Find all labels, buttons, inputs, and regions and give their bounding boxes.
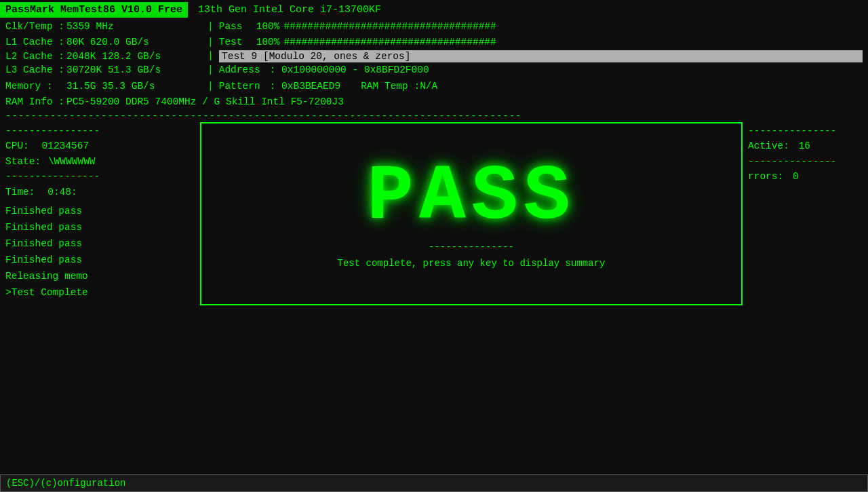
- clk-col: Clk/Temp : 5359 MHz: [5, 19, 202, 35]
- address-label: Address: [219, 62, 270, 78]
- memory-row: Memory : 31.5G 35.3 GB/s | Pattern : 0xB…: [0, 79, 868, 94]
- bottom-bar: (ESC)/(c)onfiguration: [0, 474, 868, 492]
- pass-bar: ####################################: [284, 19, 496, 35]
- l2-value: 2048K 128.2 GB/s: [66, 51, 161, 62]
- cpu-val: 01234567: [42, 140, 90, 151]
- pipe2: |: [208, 35, 214, 50]
- screen: PassMark MemTest86 V10.0 Free 13th Gen I…: [0, 0, 868, 492]
- bottom-text: (ESC)/(c)onfiguration: [6, 478, 125, 489]
- l2-label: L2 Cache :: [5, 51, 66, 62]
- clk-label: Clk/Temp :: [5, 19, 66, 35]
- l1-row: L1 Cache : 80K 620.0 GB/s | Test 100% ##…: [0, 35, 868, 50]
- cpu-info: 13th Gen Intel Core i7-13700KF: [188, 2, 391, 18]
- time-val: 0:48:: [47, 187, 77, 197]
- ram-temp-label: RAM Temp :: [361, 79, 420, 94]
- pipe3: |: [208, 50, 214, 62]
- l2-test9-row: L2 Cache : 2048K 128.2 GB/s | Test 9 [Mo…: [0, 50, 868, 62]
- state-val: \WWWWWWW: [48, 156, 96, 167]
- test-label: Test: [219, 35, 256, 50]
- left-dash1: ----------------: [5, 124, 195, 138]
- top-dash-line: ----------------------------------------…: [0, 110, 868, 122]
- active-row: Active: 16: [748, 138, 863, 153]
- pattern-value: : 0xB3BEAED9: [270, 79, 340, 94]
- l1-col: L1 Cache : 80K 620.0 GB/s: [5, 35, 202, 50]
- clk-row: Clk/Temp : 5359 MHz | Pass 100% ########…: [0, 19, 868, 35]
- ram-temp-value: N/A: [420, 79, 437, 94]
- time-lbl: Time:: [5, 187, 35, 197]
- state-lbl: State:: [5, 156, 41, 167]
- clk-value: 5359 MHz: [66, 19, 202, 35]
- ram-info-value: PC5-59200 DDR5 7400MHz / G Skill Intl F5…: [66, 94, 344, 110]
- test9-label: Test 9 [Modulo 20, ones & zeros]: [222, 51, 410, 62]
- log-lines: Finished pass Finished pass Finished pas…: [5, 204, 195, 301]
- pipe1: |: [208, 19, 214, 35]
- cpu-row: CPU: 01234567: [5, 138, 195, 153]
- l1-value: 80K 620.0 GB/s: [66, 35, 202, 50]
- pass-panel: PASS --------------- Test complete, pres…: [200, 122, 743, 305]
- state-row: State: \WWWWWWW: [5, 154, 195, 169]
- errors-row: rrors: 0: [748, 169, 863, 184]
- ram-info-row: RAM Info : PC5-59200 DDR5 7400MHz / G Sk…: [0, 94, 868, 110]
- pipe5: |: [208, 79, 214, 94]
- memory-label: Memory :: [5, 79, 66, 94]
- info-section: Clk/Temp : 5359 MHz | Pass 100% ########…: [0, 19, 868, 110]
- errors-label: rrors:: [748, 171, 783, 182]
- log-line-2: Finished pass: [5, 220, 195, 236]
- left-dash2: ----------------: [5, 169, 195, 184]
- l3-row: L3 Cache : 30720K 51.3 GB/s | Address : …: [0, 62, 868, 78]
- test-pct: 100%: [256, 35, 280, 50]
- address-col: Address : 0x100000000 - 0x8BFD2F000: [219, 62, 863, 78]
- pass-pct: 100%: [256, 19, 280, 35]
- time-row: Time: 0:48:: [5, 185, 195, 200]
- test-bar: ####################################: [284, 35, 496, 50]
- main-content: ---------------- CPU: 01234567 State: \W…: [0, 122, 868, 305]
- l1-label: L1 Cache :: [5, 35, 66, 50]
- left-panel: ---------------- CPU: 01234567 State: \W…: [0, 122, 200, 305]
- pass-divider: ---------------: [429, 242, 514, 252]
- l3-col: L3 Cache : 30720K 51.3 GB/s: [5, 62, 202, 78]
- pass-label: Pass: [219, 19, 256, 35]
- memory-value: 31.5G 35.3 GB/s: [66, 79, 202, 94]
- header-area: PassMark MemTest86 V10.0 Free 13th Gen I…: [0, 0, 868, 18]
- log-line-4: Finished pass: [5, 252, 195, 269]
- log-line-5: Releasing memo: [5, 269, 195, 285]
- cpu-lbl: CPU:: [5, 140, 29, 151]
- log-line-1: Finished pass: [5, 204, 195, 220]
- log-line-6: >Test Complete: [5, 285, 195, 301]
- pass-display: PASS: [367, 158, 576, 236]
- app-title: PassMark MemTest86 V10.0 Free: [0, 2, 188, 18]
- right-dash2: ---------------: [748, 154, 863, 169]
- pipe4: |: [208, 62, 214, 78]
- test-col: Test 100% ##############################…: [219, 35, 863, 50]
- active-value: 16: [799, 140, 810, 151]
- log-line-3: Finished pass: [5, 236, 195, 252]
- l3-label: L3 Cache :: [5, 62, 66, 78]
- right-panel: --------------- Active: 16 -------------…: [743, 122, 868, 305]
- pattern-col: Pattern : 0xB3BEAED9 RAM Temp : N/A: [219, 79, 863, 94]
- memory-col: Memory : 31.5G 35.3 GB/s: [5, 79, 202, 94]
- pass-message: Test complete, press any key to display …: [338, 258, 606, 269]
- errors-value: 0: [793, 171, 799, 182]
- test9-highlight: Test 9 [Modulo 20, ones & zeros]: [219, 50, 863, 62]
- l2-col: L2 Cache : 2048K 128.2 GB/s: [5, 50, 202, 62]
- ram-info-label: RAM Info :: [5, 94, 66, 110]
- address-value: : 0x100000000 - 0x8BFD2F000: [270, 62, 429, 78]
- l3-value: 30720K 51.3 GB/s: [66, 62, 202, 78]
- right-dash1: ---------------: [748, 124, 863, 138]
- pattern-label: Pattern: [219, 79, 270, 94]
- active-label: Active:: [748, 140, 789, 151]
- pass-col: Pass 100% ##############################…: [219, 19, 863, 35]
